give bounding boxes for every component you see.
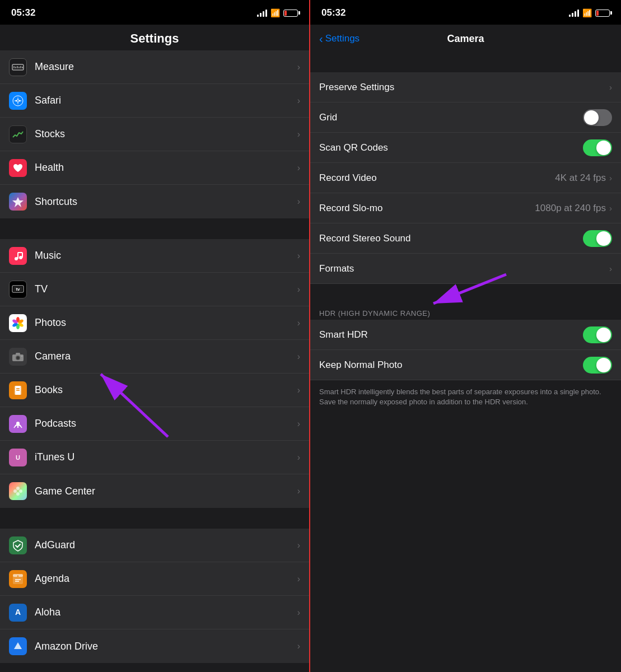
settings-item-amazondrive[interactable]: Amazon Drive › [0, 629, 309, 663]
settings-item-adguard[interactable]: AdGuard › [0, 529, 309, 562]
camera-item-grid[interactable]: Grid [310, 102, 621, 133]
svg-rect-30 [16, 353, 20, 355]
grid-toggle[interactable] [583, 109, 612, 126]
signal-bars-icon [257, 9, 267, 17]
health-label: Health [35, 162, 297, 174]
svg-point-29 [17, 356, 20, 359]
keep-normal-toggle-knob [596, 358, 611, 372]
settings-title: Settings [0, 25, 309, 50]
music-icon [9, 247, 27, 265]
settings-item-music[interactable]: Music › [0, 239, 309, 273]
smart-hdr-toggle[interactable] [583, 326, 612, 343]
left-time: 05:32 [11, 7, 35, 18]
settings-item-gamecenter[interactable]: Game Center › [0, 474, 309, 508]
safari-label: Safari [35, 95, 297, 106]
right-status-icons: 📶 [569, 8, 610, 17]
shortcuts-icon [9, 193, 27, 211]
svg-marker-11 [12, 197, 24, 207]
camera-section-1: Preserve Settings › Grid Scan QR Codes [310, 72, 621, 284]
svg-point-40 [13, 489, 17, 493]
svg-point-10 [17, 100, 19, 101]
camera-item-record-slomo[interactable]: Record Slo-mo 1080p at 240 fps › [310, 193, 621, 223]
battery-fill [284, 11, 287, 16]
record-stereo-toggle[interactable] [583, 230, 612, 247]
settings-item-safari[interactable]: Safari › [0, 84, 309, 118]
gamecenter-icon [9, 482, 27, 500]
settings-item-podcasts[interactable]: Podcasts › [0, 407, 309, 441]
itunesu-icon: U [9, 449, 27, 466]
measure-label: Measure [35, 61, 297, 73]
keep-normal-toggle[interactable] [583, 357, 612, 374]
scan-qr-toggle-knob [596, 141, 611, 155]
svg-point-31 [21, 356, 22, 357]
scan-qr-label: Scan QR Codes [319, 142, 583, 153]
svg-text:A: A [17, 574, 19, 577]
grid-toggle-knob [584, 110, 599, 125]
measure-chevron: › [297, 62, 300, 72]
settings-item-camera[interactable]: Camera › [0, 340, 309, 374]
hdr-footnote: Smart HDR intelligently blends the best … [310, 381, 621, 413]
hdr-section-label: HDR (HIGH DYNAMIC RANGE) [310, 305, 621, 320]
record-video-chevron: › [609, 173, 612, 183]
svg-text:U: U [16, 454, 20, 461]
camera-item-keep-normal[interactable]: Keep Normal Photo [310, 350, 621, 380]
smart-hdr-label: Smart HDR [319, 329, 583, 340]
settings-item-measure[interactable]: Measure › [0, 50, 309, 84]
books-icon [9, 381, 27, 399]
right-section-gap-2 [310, 285, 621, 305]
tv-icon: tv [9, 281, 27, 298]
camera-settings-list: Preserve Settings › Grid Scan QR Codes [310, 53, 621, 672]
formats-chevron: › [609, 264, 612, 273]
camera-item-formats[interactable]: Formats › [310, 254, 621, 284]
nav-back-label: Settings [325, 33, 359, 44]
settings-item-health[interactable]: Health › [0, 151, 309, 185]
stocks-icon [9, 125, 27, 143]
camera-item-record-video[interactable]: Record Video 4K at 24 fps › [310, 163, 621, 193]
podcasts-chevron: › [297, 419, 300, 429]
record-stereo-label: Record Stereo Sound [319, 233, 583, 244]
record-slomo-chevron: › [609, 203, 612, 213]
settings-item-tv[interactable]: tv TV › [0, 273, 309, 306]
shortcuts-label: Shortcuts [35, 196, 297, 208]
safari-chevron: › [297, 96, 300, 106]
left-panel: 05:32 📶 Settings [0, 0, 310, 672]
record-slomo-label: Record Slo-mo [319, 203, 535, 214]
right-battery-icon [595, 10, 610, 17]
settings-list: Measure › Safari › [0, 50, 309, 672]
health-icon [9, 159, 27, 177]
camera-section-hdr: Smart HDR Keep Normal Photo [310, 320, 621, 380]
settings-item-itunesu[interactable]: U iTunes U › [0, 441, 309, 474]
keep-normal-label: Keep Normal Photo [319, 360, 583, 371]
music-label: Music [35, 250, 297, 262]
nav-back-button[interactable]: ‹ Settings [319, 32, 359, 45]
record-video-label: Record Video [319, 172, 555, 184]
measure-icon [9, 58, 27, 76]
settings-item-photos[interactable]: Photos › [0, 306, 309, 340]
agenda-label: Agenda [35, 573, 297, 585]
grid-label: Grid [319, 112, 583, 123]
settings-item-shortcuts[interactable]: Shortcuts › [0, 185, 309, 218]
record-video-value: 4K at 24 fps [555, 172, 606, 184]
camera-chevron-left: › [297, 352, 300, 362]
tv-chevron: › [297, 284, 300, 295]
section-group-1: Measure › Safari › [0, 50, 309, 218]
settings-item-aloha[interactable]: A Aloha › [0, 596, 309, 629]
svg-text:A: A [15, 608, 21, 617]
smart-hdr-toggle-knob [596, 328, 611, 342]
aloha-chevron: › [297, 608, 300, 618]
camera-item-smart-hdr[interactable]: Smart HDR [310, 320, 621, 350]
camera-item-scan-qr[interactable]: Scan QR Codes [310, 133, 621, 163]
left-status-bar: 05:32 📶 [0, 0, 309, 25]
settings-item-books[interactable]: Books › [0, 374, 309, 407]
scan-qr-toggle[interactable] [583, 139, 612, 156]
photos-chevron: › [297, 318, 300, 328]
app-container: 05:32 📶 Settings [0, 0, 621, 672]
photos-label: Photos [35, 317, 297, 329]
left-status-icons: 📶 [257, 8, 298, 17]
right-section-gap-1 [310, 53, 621, 72]
camera-item-record-stereo[interactable]: Record Stereo Sound [310, 223, 621, 254]
camera-item-preserve-settings[interactable]: Preserve Settings › [310, 72, 621, 102]
settings-item-agenda[interactable]: A Agenda › [0, 562, 309, 596]
settings-item-stocks[interactable]: Stocks › [0, 118, 309, 151]
camera-page-title: Camera [447, 33, 484, 45]
